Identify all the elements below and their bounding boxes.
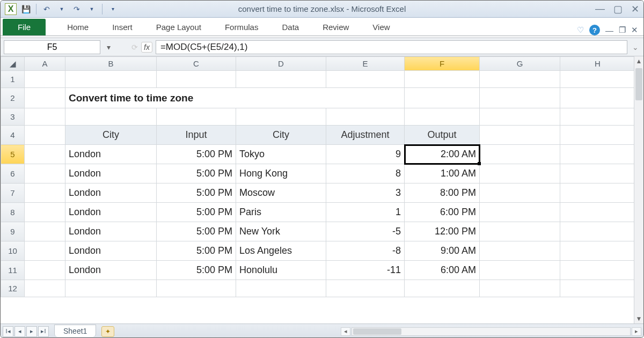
cell-E10[interactable]: -8 (326, 241, 405, 261)
col-header-G[interactable]: G (480, 57, 560, 71)
col-header-D[interactable]: D (236, 57, 326, 71)
undo-dropdown[interactable]: ▼ (56, 3, 68, 15)
cell-F6[interactable]: 1:00 AM (405, 164, 480, 183)
cell-F5[interactable]: 2:00 AM (405, 145, 480, 164)
name-box-dropdown[interactable]: ▾ (104, 43, 113, 52)
cell-D11[interactable]: Honolulu (236, 261, 326, 280)
undo-button[interactable]: ↶ (41, 3, 53, 15)
wb-minimize-icon[interactable]: — (605, 26, 613, 35)
maximize-button[interactable]: ▢ (613, 3, 623, 15)
col-header-A[interactable]: A (25, 57, 65, 71)
scroll-thumb[interactable] (635, 68, 642, 100)
cell-F11[interactable]: 6:00 AM (405, 261, 480, 280)
row-header-11[interactable]: 11 (1, 261, 25, 280)
sheet-nav-last[interactable]: ▸I (38, 326, 49, 337)
cell-B8[interactable]: London (65, 203, 157, 222)
row-header-10[interactable]: 10 (1, 241, 25, 261)
cell-D5[interactable]: Tokyo (236, 145, 326, 164)
tab-data[interactable]: Data (270, 19, 311, 35)
row-header-6[interactable]: 6 (1, 164, 25, 183)
save-button[interactable]: 💾 (20, 3, 32, 15)
redo-dropdown[interactable]: ▼ (86, 3, 98, 15)
hdr-city2[interactable]: City (236, 126, 326, 145)
new-sheet-button[interactable]: ✦ (101, 326, 114, 337)
cell-F7[interactable]: 8:00 PM (405, 183, 480, 203)
qat-customize[interactable]: ▾ (107, 3, 119, 15)
cell-F8[interactable]: 6:00 PM (405, 203, 480, 222)
scroll-up-icon[interactable]: ▲ (634, 57, 643, 65)
title-cell[interactable]: Convert time to time zone (65, 88, 405, 108)
cell-B5[interactable]: London (65, 145, 157, 164)
col-header-E[interactable]: E (326, 57, 405, 71)
col-header-B[interactable]: B (65, 57, 157, 71)
cell-C5[interactable]: 5:00 PM (157, 145, 236, 164)
cell-F9[interactable]: 12:00 PM (405, 222, 480, 241)
tab-view[interactable]: View (361, 19, 401, 35)
row-header-4[interactable]: 4 (1, 126, 25, 145)
redo-button[interactable]: ↷ (71, 3, 83, 15)
cell-B10[interactable]: London (65, 241, 157, 261)
row-header-1[interactable]: 1 (1, 71, 25, 88)
cell-C9[interactable]: 5:00 PM (157, 222, 236, 241)
cell-E7[interactable]: 3 (326, 183, 405, 203)
cell-D8[interactable]: Paris (236, 203, 326, 222)
row-header-8[interactable]: 8 (1, 203, 25, 222)
col-header-C[interactable]: C (157, 57, 236, 71)
close-button[interactable]: ✕ (631, 3, 639, 15)
minimize-button[interactable]: — (595, 3, 605, 15)
sheet-nav-first[interactable]: I◂ (3, 326, 13, 337)
cell-B6[interactable]: London (65, 164, 157, 183)
hscroll-thumb[interactable] (353, 328, 401, 335)
tab-formulas[interactable]: Formulas (213, 19, 270, 35)
col-header-H[interactable]: H (560, 57, 634, 71)
formula-input[interactable]: =MOD(C5+(E5/24),1) (156, 40, 627, 54)
tab-page-layout[interactable]: Page Layout (144, 19, 213, 35)
cell-D9[interactable]: New York (236, 222, 326, 241)
cell-E8[interactable]: 1 (326, 203, 405, 222)
cell-E11[interactable]: -11 (326, 261, 405, 280)
wb-close-icon[interactable]: ✕ (631, 25, 638, 35)
cell-C11[interactable]: 5:00 PM (157, 261, 236, 280)
hdr-output[interactable]: Output (405, 126, 480, 145)
spreadsheet-grid[interactable]: ◢ A B C D E F G H 1 2 Convert time to ti… (1, 56, 634, 297)
cell-C10[interactable]: 5:00 PM (157, 241, 236, 261)
cell-B7[interactable]: London (65, 183, 157, 203)
scroll-down-icon[interactable]: ▼ (634, 315, 643, 322)
ribbon-minimize-icon[interactable]: ♡ (577, 25, 584, 35)
formula-expand[interactable]: ⌄ (631, 43, 640, 52)
cell-E9[interactable]: -5 (326, 222, 405, 241)
sheet-nav-next[interactable]: ▸ (26, 326, 37, 337)
file-tab[interactable]: File (3, 19, 46, 35)
cell-C6[interactable]: 5:00 PM (157, 164, 236, 183)
cell-B11[interactable]: London (65, 261, 157, 280)
row-header-7[interactable]: 7 (1, 183, 25, 203)
help-icon[interactable]: ? (589, 25, 600, 35)
hdr-city1[interactable]: City (65, 126, 157, 145)
horizontal-scrollbar[interactable]: ◂ ▸ (341, 327, 641, 336)
hdr-adjustment[interactable]: Adjustment (326, 126, 405, 145)
col-header-F[interactable]: F (405, 57, 480, 71)
row-header-3[interactable]: 3 (1, 108, 25, 126)
cell-D7[interactable]: Moscow (236, 183, 326, 203)
cell-E5[interactable]: 9 (326, 145, 405, 164)
cell-D6[interactable]: Hong Kong (236, 164, 326, 183)
row-header-2[interactable]: 2 (1, 88, 25, 108)
cell-E6[interactable]: 8 (326, 164, 405, 183)
tab-insert[interactable]: Insert (100, 19, 144, 35)
row-header-5[interactable]: 5 (1, 145, 25, 164)
wb-restore-icon[interactable]: ❐ (619, 25, 626, 35)
cell-B9[interactable]: London (65, 222, 157, 241)
row-header-9[interactable]: 9 (1, 222, 25, 241)
tab-home[interactable]: Home (55, 19, 100, 35)
cell-C8[interactable]: 5:00 PM (157, 203, 236, 222)
tab-review[interactable]: Review (311, 19, 361, 35)
cell-C7[interactable]: 5:00 PM (157, 183, 236, 203)
scroll-left-icon[interactable]: ◂ (341, 327, 350, 336)
sheet-nav-prev[interactable]: ◂ (14, 326, 25, 337)
name-box[interactable]: F5 (4, 40, 100, 54)
sheet-tab[interactable]: Sheet1 (54, 325, 96, 337)
row-header-12[interactable]: 12 (1, 280, 25, 297)
scroll-right-icon[interactable]: ▸ (632, 327, 641, 336)
hdr-input[interactable]: Input (157, 126, 236, 145)
cell-D10[interactable]: Los Angeles (236, 241, 326, 261)
